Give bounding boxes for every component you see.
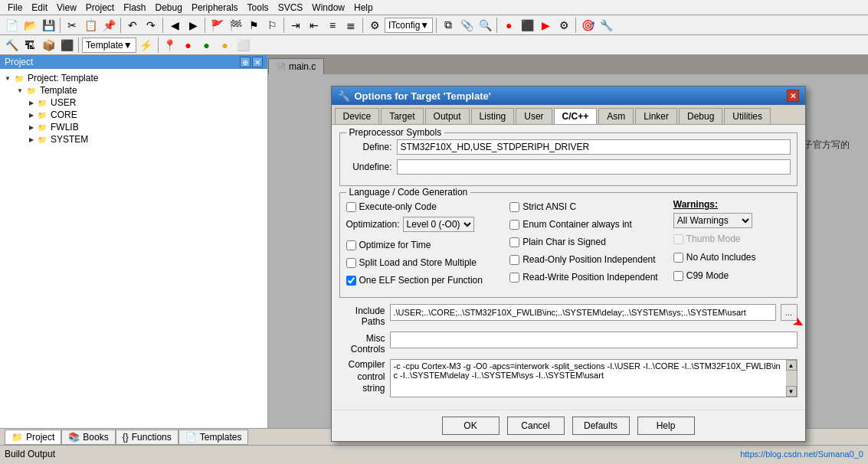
- settings-icon[interactable]: ⚙: [555, 17, 572, 34]
- misc-controls-input[interactable]: [390, 332, 798, 348]
- outdent-btn[interactable]: ⇤: [306, 17, 323, 34]
- pin-btn[interactable]: 📎: [458, 17, 475, 34]
- one-elf-cb[interactable]: [346, 276, 356, 286]
- tool5-btn[interactable]: ⬜: [235, 37, 252, 54]
- dialog-tab-user[interactable]: User: [516, 108, 552, 124]
- format-btn[interactable]: ≡: [324, 17, 341, 34]
- bottom-tab-books[interactable]: 📚 Books: [61, 430, 115, 445]
- undo-btn[interactable]: ↶: [124, 17, 141, 34]
- search-icon[interactable]: 🔍: [477, 17, 493, 34]
- tree-project-root[interactable]: ▼ 📁 Project: Template: [3, 72, 264, 84]
- define-input[interactable]: [397, 139, 791, 155]
- menu-edit[interactable]: Edit: [27, 1, 52, 15]
- bookmark2-btn[interactable]: 🏁: [227, 17, 244, 34]
- save-btn[interactable]: 💾: [40, 17, 57, 34]
- execute-only-cb[interactable]: [346, 202, 356, 212]
- copy-btn[interactable]: 📋: [82, 17, 99, 34]
- undefine-input[interactable]: [397, 159, 791, 175]
- thumb-mode-cb[interactable]: [673, 234, 683, 244]
- include-paths-input[interactable]: [390, 304, 776, 321]
- include-paths-browse-btn[interactable]: … ➤: [781, 304, 798, 321]
- record-btn[interactable]: ●: [500, 17, 517, 34]
- paste-btn[interactable]: 📌: [100, 17, 117, 34]
- menu-file[interactable]: File: [3, 1, 27, 15]
- scroll-up-btn[interactable]: ▲: [786, 360, 797, 371]
- panel-pin-btn[interactable]: ⊕: [240, 57, 251, 67]
- tool2-btn[interactable]: ●: [180, 37, 197, 54]
- menu-view[interactable]: View: [52, 1, 81, 15]
- new-btn[interactable]: 📄: [3, 17, 20, 34]
- format2-btn[interactable]: ≣: [342, 17, 359, 34]
- menu-flash[interactable]: Flash: [119, 1, 150, 15]
- dialog-tab-target[interactable]: Target: [381, 108, 423, 124]
- dialog-tab-asm[interactable]: Asm: [598, 108, 634, 124]
- dialog-tab-listing[interactable]: Listing: [471, 108, 515, 124]
- copy2-btn[interactable]: ⧉: [440, 17, 457, 34]
- menu-debug[interactable]: Debug: [151, 1, 187, 15]
- help-btn[interactable]: Help: [637, 417, 695, 435]
- stop-btn[interactable]: ⬛: [519, 17, 536, 34]
- dialog-tab-utilities[interactable]: Utilities: [724, 108, 771, 124]
- open-btn[interactable]: 📂: [21, 17, 38, 34]
- nav-back-btn[interactable]: ◀: [166, 17, 183, 34]
- defaults-btn[interactable]: Defaults: [572, 417, 630, 435]
- readwrite-pos-cb[interactable]: [509, 273, 519, 283]
- target-settings-btn[interactable]: ⚡: [138, 37, 155, 54]
- no-auto-cb[interactable]: [673, 253, 683, 263]
- bottom-tab-functions[interactable]: {} Functions: [116, 430, 179, 445]
- menu-tools[interactable]: Tools: [243, 1, 274, 15]
- readonly-pos-cb[interactable]: [509, 255, 519, 265]
- tool1-btn[interactable]: 📍: [162, 37, 179, 54]
- dialog-close-btn[interactable]: ✕: [787, 90, 799, 102]
- target-dropdown[interactable]: Template ▼: [82, 38, 136, 53]
- itconfig-dropdown[interactable]: ITconfig ▼: [385, 18, 433, 33]
- panel-close-btn[interactable]: ✕: [252, 57, 263, 67]
- stop-build-btn[interactable]: ⬛: [58, 37, 75, 54]
- itconfig-icon[interactable]: ⚙: [366, 17, 383, 34]
- menu-peripherals[interactable]: Peripherals: [187, 1, 243, 15]
- target-options-icon[interactable]: 🎯: [579, 17, 596, 34]
- compiler-scrollbar[interactable]: ▲ ▼: [786, 360, 797, 397]
- dialog-tab-output[interactable]: Output: [425, 108, 470, 124]
- split-load-cb[interactable]: [346, 258, 356, 268]
- bookmark3-btn[interactable]: ⚑: [245, 17, 262, 34]
- bottom-tab-templates[interactable]: 📄 Templates: [179, 430, 249, 445]
- bookmark1-btn[interactable]: 🚩: [208, 17, 225, 34]
- optimization-select[interactable]: Level 0 (-O0) Level 1 (-O1) Level 2 (-O2…: [403, 217, 474, 232]
- redo-btn[interactable]: ↷: [142, 17, 159, 34]
- translate-btn[interactable]: 📦: [40, 37, 57, 54]
- c99-mode-cb[interactable]: [673, 271, 683, 281]
- menu-window[interactable]: Window: [307, 1, 349, 15]
- wrench-icon[interactable]: 🔧: [598, 17, 614, 34]
- tool3-btn[interactable]: ●: [198, 37, 215, 54]
- bottom-tab-project[interactable]: 📁 Project: [5, 430, 61, 445]
- plain-char-cb[interactable]: [509, 237, 519, 247]
- tree-system[interactable]: ▶ 📁 SYSTEM: [28, 133, 264, 145]
- build-all-btn[interactable]: 🏗: [21, 37, 38, 54]
- tree-template[interactable]: ▼ 📁 Template: [15, 84, 264, 96]
- play-btn[interactable]: ▶: [537, 17, 554, 34]
- dialog-tab-device[interactable]: Device: [335, 108, 380, 124]
- warnings-select[interactable]: All Warnings No Warnings MISRA C 2004: [673, 213, 752, 228]
- build-target-btn[interactable]: 🔨: [3, 37, 20, 54]
- tree-core[interactable]: ▶ 📁 CORE: [28, 109, 264, 121]
- ok-btn[interactable]: OK: [442, 417, 500, 435]
- tool4-btn[interactable]: ●: [217, 37, 234, 54]
- dialog-tab-cpp[interactable]: C/C++: [554, 108, 598, 124]
- menu-svcs[interactable]: SVCS: [274, 1, 308, 15]
- dialog-tab-debug[interactable]: Debug: [679, 108, 722, 124]
- tree-fwlib[interactable]: ▶ 📁 FWLIB: [28, 121, 264, 133]
- menu-help[interactable]: Help: [349, 1, 378, 15]
- nav-fwd-btn[interactable]: ▶: [185, 17, 201, 34]
- enum-container-cb[interactable]: [509, 220, 519, 230]
- cut-btn[interactable]: ✂: [64, 17, 80, 34]
- bookmark4-btn[interactable]: ⚐: [264, 17, 280, 34]
- optimize-time-cb[interactable]: [346, 240, 356, 250]
- strict-ansi-cb[interactable]: [509, 202, 519, 212]
- dialog-tab-linker[interactable]: Linker: [635, 108, 677, 124]
- cancel-btn[interactable]: Cancel: [507, 417, 565, 435]
- scroll-down-btn[interactable]: ▼: [786, 386, 797, 397]
- tree-user[interactable]: ▶ 📁 USER: [28, 96, 264, 109]
- menu-project[interactable]: Project: [81, 1, 119, 15]
- indent-btn[interactable]: ⇥: [287, 17, 304, 34]
